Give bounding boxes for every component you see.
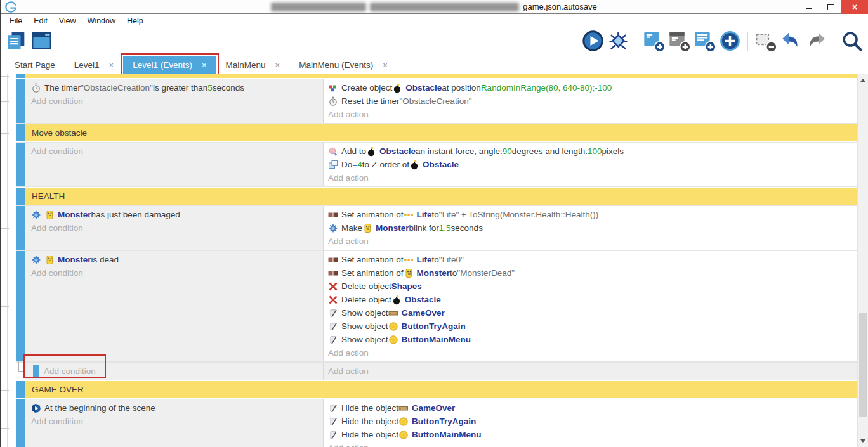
event-row[interactable]: At the beginning of the sceneAdd conditi…	[16, 399, 857, 447]
project-manager-button[interactable]	[5, 31, 27, 53]
minimize-button[interactable]	[798, 0, 820, 14]
close-button[interactable]: ×	[841, 0, 868, 14]
event-row[interactable]: The timer "ObstacleCreation" is greater …	[16, 79, 857, 123]
action-line[interactable]: Create object Obstacle at position Rando…	[328, 81, 852, 94]
conditions-cell[interactable]: Add condition	[25, 143, 324, 186]
tab-mainmenu[interactable]: MainMenu×	[216, 56, 290, 74]
scroll-up-arrow[interactable]	[858, 75, 868, 84]
event-side-bar[interactable]	[16, 251, 25, 361]
group-row[interactable]: GAME OVER	[16, 381, 857, 398]
fold-tick[interactable]	[1, 197, 9, 197]
menu-window[interactable]: Window	[82, 15, 121, 27]
event-side-bar[interactable]	[16, 143, 25, 186]
event-row[interactable]: Add conditionAdd to Obstacle an instant …	[16, 143, 857, 186]
delete-event-button[interactable]	[754, 31, 777, 53]
condition-line[interactable]: At the beginning of the scene	[31, 401, 318, 415]
actions-cell[interactable]: Set animation of Life to "Life" + ToStri…	[324, 206, 857, 250]
event-side-bar[interactable]	[16, 206, 25, 250]
fold-tick[interactable]	[1, 390, 9, 391]
fold-tick[interactable]	[1, 306, 9, 307]
action-line[interactable]: Set animation of Life to "Life" + ToStri…	[328, 208, 852, 221]
action-line[interactable]: Set animation of Monster to "MonsterDead…	[328, 266, 852, 280]
tab-level1[interactable]: Level1×	[65, 56, 123, 74]
fold-tick[interactable]	[1, 101, 9, 102]
actions-cell[interactable]: Hide the object GameOverHide the object …	[324, 399, 857, 447]
actions-cell[interactable]: Set animation of Life to "Life0"Set anim…	[324, 251, 857, 361]
action-line[interactable]: Show object ButtonTryAgain	[328, 320, 852, 333]
fold-tick[interactable]	[1, 372, 9, 372]
add-condition-button[interactable]: Add condition	[31, 221, 318, 235]
fold-tick[interactable]	[1, 165, 9, 165]
action-line[interactable]: Show object GameOver	[328, 306, 852, 320]
search-button[interactable]	[841, 31, 863, 53]
add-action-button[interactable]: Add action	[328, 346, 852, 360]
action-line[interactable]: Add to Obstacle an instant force, angle:…	[328, 145, 852, 158]
condition-line[interactable]: Monster has just been damaged	[31, 208, 318, 221]
add-action-button[interactable]: Add action	[328, 171, 852, 185]
scroll-down-arrow[interactable]	[858, 436, 868, 445]
action-line[interactable]: Set animation of Life to "Life0"	[328, 253, 852, 266]
action-line[interactable]: Hide the object GameOver	[328, 401, 852, 415]
action-line[interactable]: Delete object Obstacle	[328, 293, 852, 306]
menu-edit[interactable]: Edit	[28, 15, 53, 27]
add-condition-button[interactable]: Add condition	[31, 145, 318, 158]
menu-file[interactable]: File	[4, 15, 28, 27]
tab-close-icon[interactable]: ×	[383, 60, 388, 70]
fold-tick[interactable]	[1, 228, 9, 229]
action-line[interactable]: Hide the object ButtonMainMenu	[328, 428, 852, 441]
actions-cell[interactable]: Create object Obstacle at position Rando…	[324, 79, 857, 123]
group-row[interactable]: HEALTH	[16, 188, 857, 205]
add-condition-button[interactable]: Add condition	[31, 415, 318, 428]
group-row[interactable]: Move obstacle	[16, 124, 857, 141]
add-condition-button[interactable]: Add condition	[31, 94, 318, 108]
fold-tick[interactable]	[1, 133, 9, 134]
debugger-button[interactable]	[607, 31, 629, 53]
fold-tick[interactable]	[1, 76, 9, 77]
fold-tick[interactable]	[1, 428, 9, 429]
scrollbar-thumb[interactable]	[859, 313, 867, 417]
add-subevent-button[interactable]	[668, 31, 690, 53]
action-line[interactable]: Make Monster blink for 1.5 seconds	[328, 221, 852, 235]
conditions-cell[interactable]: Add condition	[25, 363, 324, 380]
conditions-cell[interactable]: At the beginning of the sceneAdd conditi…	[25, 399, 324, 447]
event-row[interactable]: Monster has just been damagedAdd conditi…	[16, 206, 857, 250]
tab-start-page[interactable]: Start Page	[5, 56, 65, 74]
add-action-button[interactable]: Add action	[328, 441, 852, 447]
event-row[interactable]: Monster is deadAdd conditionSet animatio…	[16, 251, 857, 361]
add-comment-button[interactable]	[694, 31, 716, 53]
add-action-button[interactable]: Add action	[328, 365, 852, 378]
add-action-button[interactable]: Add action	[328, 108, 852, 121]
action-line[interactable]: Hide the object ButtonTryAgain	[328, 415, 852, 428]
condition-line[interactable]: Monster is dead	[31, 253, 318, 266]
add-event-button[interactable]	[643, 31, 665, 53]
maximize-button[interactable]	[820, 0, 841, 14]
group-row[interactable]	[16, 74, 857, 78]
action-line[interactable]: Show object ButtonMainMenu	[328, 333, 852, 346]
tab-close-icon[interactable]: ×	[275, 60, 280, 70]
undo-button[interactable]	[780, 31, 802, 53]
action-line[interactable]: Do = 4 to Z-order of Obstacle	[328, 158, 852, 171]
tab-mainmenu-events-[interactable]: MainMenu (Events)×	[289, 56, 397, 74]
condition-line[interactable]: The timer "ObstacleCreation" is greater …	[31, 81, 318, 94]
event-side-bar[interactable]	[16, 79, 25, 123]
scene-editor-button[interactable]	[30, 31, 53, 53]
add-condition-button[interactable]: Add condition	[31, 266, 318, 280]
add-action-button[interactable]: Add action	[328, 235, 852, 248]
add-condition-button[interactable]: Add condition	[31, 365, 318, 378]
conditions-cell[interactable]: Monster is deadAdd condition	[25, 251, 324, 361]
tab-close-icon[interactable]: ×	[202, 60, 207, 70]
conditions-cell[interactable]: Monster has just been damagedAdd conditi…	[25, 206, 324, 250]
menu-help[interactable]: Help	[121, 15, 149, 27]
empty-event-row[interactable]: Add conditionAdd action	[16, 363, 857, 380]
action-line[interactable]: Delete object Shapes	[328, 280, 852, 293]
vertical-scrollbar[interactable]	[857, 74, 868, 447]
actions-cell[interactable]: Add to Obstacle an instant force, angle:…	[324, 143, 857, 186]
action-line[interactable]: Reset the timer "ObstacleCreation"	[328, 94, 852, 108]
add-circle-button[interactable]	[719, 31, 741, 53]
tab-level1-events-[interactable]: Level1 (Events)×	[123, 56, 216, 74]
redo-button[interactable]	[805, 31, 827, 53]
conditions-cell[interactable]: The timer "ObstacleCreation" is greater …	[25, 79, 324, 123]
event-side-bar[interactable]	[16, 399, 25, 447]
actions-cell[interactable]: Add action	[324, 363, 857, 380]
menu-view[interactable]: View	[53, 15, 82, 27]
